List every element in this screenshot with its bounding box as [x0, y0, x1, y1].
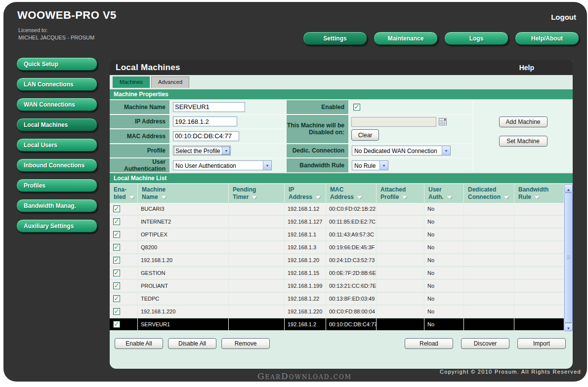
row-enabled-checkbox[interactable]	[113, 257, 120, 264]
sort-icon[interactable]	[447, 196, 452, 199]
tab[interactable]: Machines	[113, 77, 150, 88]
column-header[interactable]: Bandwidth Rule	[514, 184, 564, 203]
action-button[interactable]: Import	[517, 338, 566, 349]
table-row[interactable]: PROLIANT 192.168.1.199 00:13:21:CC:6D:7E…	[110, 280, 564, 293]
table-row[interactable]: TEDPC 192.168.1.22 00:13:8F:ED:03:49 No	[110, 293, 564, 306]
sort-icon[interactable]	[316, 196, 321, 199]
licensed-to-label: Licensed to:	[18, 27, 94, 34]
row-enabled-checkbox[interactable]	[113, 244, 120, 251]
sidebar-button[interactable]: Local Machines	[16, 118, 97, 131]
sidebar-button[interactable]: Profiles	[16, 179, 97, 192]
row-bandwidth-rule	[514, 216, 564, 228]
disabled-on-date-input[interactable]	[351, 117, 436, 127]
column-header[interactable]: Ena- bled	[110, 184, 138, 203]
calendar-icon[interactable]	[439, 118, 447, 127]
action-button[interactable]: Reload	[405, 338, 453, 349]
sort-icon[interactable]	[402, 196, 407, 199]
table-row[interactable]: 192.168.1.20 192.168.1.20 00:24:1D:C3:52…	[110, 254, 564, 267]
sidebar: Quick Setup LAN Connections WAN Connecti…	[16, 57, 97, 232]
table-row[interactable]: 192.168.1.220 192.168.1.220 00:C0:FD:88:…	[110, 306, 564, 318]
help-link[interactable]: Help	[519, 64, 573, 72]
row-enabled-checkbox[interactable]	[113, 308, 120, 315]
sort-icon[interactable]	[129, 196, 134, 199]
column-header[interactable]: MAC Address	[326, 184, 377, 203]
nav-button[interactable]: Maintenance	[374, 32, 438, 45]
nav-button[interactable]: Help/About	[515, 32, 579, 45]
row-enabled-cell	[110, 293, 138, 305]
column-header[interactable]: Machine Name	[138, 184, 229, 203]
dedic-connection-select[interactable]: No Dedicated WAN Connection	[352, 146, 451, 155]
sort-icon[interactable]	[162, 196, 167, 199]
machine-name-input[interactable]	[173, 102, 245, 112]
mac-address-input[interactable]	[173, 131, 239, 141]
action-button[interactable]: Enable All	[115, 338, 163, 349]
sort-icon[interactable]	[252, 196, 257, 199]
enabled-checkbox[interactable]	[353, 104, 360, 111]
row-dedicated-connection	[464, 241, 514, 253]
row-user-auth: No	[424, 267, 464, 279]
table-row[interactable]: Q8200 192.168.1.3 00:19:66:DE:45:3F No	[110, 241, 564, 254]
row-user-auth: No	[424, 280, 464, 292]
row-pending-timer	[229, 318, 285, 330]
nav-button[interactable]: Logs	[444, 32, 508, 45]
table-row[interactable]: BUCARI3 192.168.1.12 00:C0:FD:02:1B:22 N…	[110, 203, 564, 216]
scrollbar-down-button[interactable]	[564, 323, 573, 331]
row-attached-profile	[377, 216, 424, 228]
table-row[interactable]: OPTIPLEX 192.168.1.1 00:11:43:A9:57:3C N…	[110, 229, 564, 241]
sort-icon[interactable]	[504, 196, 509, 199]
column-header[interactable]: Pending Timer	[229, 184, 285, 203]
nav-button[interactable]: Settings	[303, 32, 367, 45]
table-row[interactable]: GESTION 192.168.1.15 00:0E:7F:2D:8B:6E N…	[110, 267, 564, 280]
row-user-auth: No	[424, 306, 464, 317]
sidebar-button[interactable]: Local Users	[16, 138, 97, 152]
table-row[interactable]: INTERNET2 192.168.1.127 00:11:85:ED:E2:7…	[110, 216, 564, 229]
row-enabled-checkbox[interactable]	[113, 231, 120, 238]
sidebar-button[interactable]: Bandwidth Manag.	[16, 199, 97, 212]
user-authentication-select[interactable]: No User Authentication	[173, 160, 272, 170]
row-mac-address: 00:11:43:A9:57:3C	[326, 229, 377, 240]
clear-button[interactable]: Clear	[351, 129, 379, 141]
action-button[interactable]: Disable All	[168, 338, 216, 349]
row-enabled-checkbox[interactable]	[113, 321, 120, 328]
row-mac-address: 00:11:85:ED:E2:7C	[326, 216, 377, 228]
column-header[interactable]: IP Address	[285, 184, 326, 203]
action-button[interactable]: Remove	[221, 338, 270, 349]
add-machine-button[interactable]: Add Machine	[499, 116, 547, 127]
logout-link[interactable]: Logout	[551, 13, 576, 21]
bandwidth-rule-select[interactable]: No Rule	[352, 160, 388, 170]
scrollbar-thumb[interactable]	[564, 193, 573, 323]
row-enabled-checkbox[interactable]	[113, 295, 120, 302]
table-scrollbar[interactable]	[564, 184, 573, 331]
tab[interactable]: Advanced	[151, 77, 189, 88]
column-header[interactable]: User Auth.	[424, 184, 464, 203]
dropdown-arrow-icon	[222, 146, 230, 155]
profile-select[interactable]: Select the Profile	[173, 146, 231, 155]
scrollbar-up-button[interactable]	[564, 184, 573, 193]
row-enabled-cell	[110, 254, 138, 266]
sort-icon[interactable]	[535, 196, 540, 199]
row-enabled-checkbox[interactable]	[113, 282, 120, 289]
ip-address-input[interactable]	[173, 116, 237, 126]
row-bandwidth-rule	[514, 254, 564, 266]
row-enabled-checkbox[interactable]	[113, 218, 120, 225]
sidebar-button[interactable]: WAN Connections	[16, 98, 97, 111]
row-machine-name: OPTIPLEX	[138, 229, 229, 240]
row-enabled-checkbox[interactable]	[113, 205, 120, 212]
scrollbar-track[interactable]	[564, 193, 573, 323]
column-header[interactable]: Attached Profile	[377, 184, 424, 203]
row-attached-profile	[377, 254, 424, 266]
row-enabled-checkbox[interactable]	[113, 270, 120, 276]
sidebar-button[interactable]: Auxiliary Settings	[16, 219, 97, 232]
sort-icon[interactable]	[357, 196, 362, 199]
set-machine-button[interactable]: Set Machine	[499, 136, 547, 147]
column-header[interactable]: Dedicated Connection	[464, 184, 514, 203]
table-row[interactable]: SERVEUR1 192.168.1.2 00:10:DC:DB:C4:77 N…	[110, 318, 564, 331]
row-dedicated-connection	[464, 280, 514, 292]
sidebar-button[interactable]: Inbound Connections	[16, 158, 97, 172]
sidebar-button[interactable]: Quick Setup	[16, 57, 97, 71]
license-info: Licensed to: MICHEL JACQUES - PROSUM	[18, 27, 94, 41]
machine-properties-form: Machine Name IP Address MAC Address Prof…	[110, 100, 573, 172]
sidebar-button[interactable]: LAN Connections	[16, 77, 97, 91]
row-user-auth: No	[424, 229, 464, 240]
action-button[interactable]: Discover	[461, 338, 509, 349]
